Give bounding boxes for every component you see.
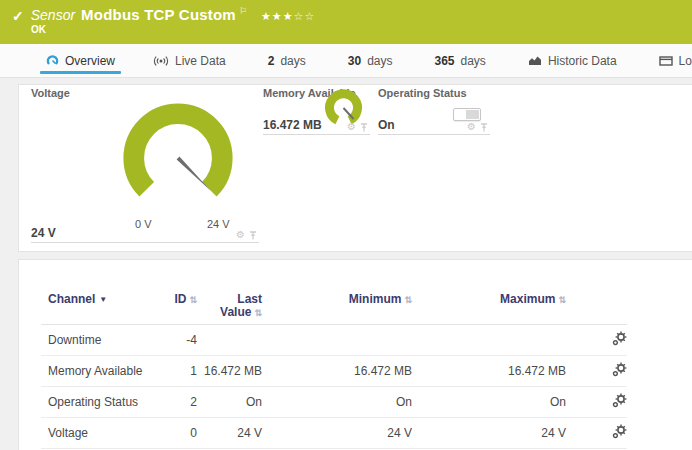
tab-30-days[interactable]: 30 days <box>340 44 401 77</box>
stars-filled[interactable]: ★★★ <box>261 10 294 22</box>
tab-bar: Overview Live Data 2 days 30 days 365 da… <box>0 44 692 78</box>
voltage-scale-min: 0 V <box>135 218 152 230</box>
stars-empty[interactable]: ☆☆ <box>294 10 316 22</box>
status-badge: OK <box>31 24 46 35</box>
table-row: Voltage 0 24 V 24 V 24 V <box>41 418 627 449</box>
tab-label: Live Data <box>175 54 226 68</box>
channel-settings-icon[interactable] <box>612 393 627 408</box>
gear-icon[interactable]: ⚙ <box>347 122 356 132</box>
table-row: Downtime -4 <box>41 325 627 356</box>
operating-status-panel: Operating Status On ⚙ <box>378 87 490 135</box>
broadcast-icon <box>153 55 169 67</box>
sort-icon: ⇅ <box>254 308 262 318</box>
channel-last-value: 24 V <box>197 418 262 449</box>
channel-maximum: 24 V <box>412 418 566 449</box>
gauges-card: Voltage 0 V 24 V 24 V ⚙ Memory Available <box>18 84 692 252</box>
column-header-channel[interactable]: Channel▼ <box>41 286 166 325</box>
column-header-id[interactable]: ID⇅ <box>166 286 197 325</box>
pin-icon[interactable] <box>480 123 488 132</box>
object-kind-label: Sensor <box>31 7 75 23</box>
priority-stars[interactable]: ★★★☆☆ <box>261 10 315 23</box>
status-check-icon: ✓ <box>12 8 24 24</box>
channel-settings-icon[interactable] <box>612 362 627 377</box>
sort-caret-icon: ▼ <box>99 295 107 304</box>
channel-minimum: On <box>262 387 412 418</box>
channel-table-card: Channel▼ ID⇅ Last Value⇅ Minimum⇅ Maximu… <box>18 259 692 450</box>
switch-gauge <box>453 108 481 121</box>
tab-label: Overview <box>65 54 115 68</box>
tab-label: days <box>367 54 392 68</box>
tab-label: days <box>280 54 305 68</box>
column-header-minimum[interactable]: Minimum⇅ <box>262 286 412 325</box>
channel-name: Downtime <box>41 325 166 356</box>
voltage-gauge <box>119 99 237 217</box>
channel-name: Operating Status <box>41 387 166 418</box>
column-header-maximum[interactable]: Maximum⇅ <box>412 286 566 325</box>
tab-live-data[interactable]: Live Data <box>145 44 234 77</box>
channel-minimum: 16.472 MB <box>262 356 412 387</box>
tab-label: Log <box>679 54 692 68</box>
channel-id: 1 <box>166 356 197 387</box>
bar-chart-icon <box>528 55 542 66</box>
voltage-panel: Voltage 0 V 24 V 24 V ⚙ <box>31 87 259 243</box>
tab-number: 365 <box>434 54 454 68</box>
channel-table: Channel▼ ID⇅ Last Value⇅ Minimum⇅ Maximu… <box>41 286 627 449</box>
channel-last-value: On <box>197 387 262 418</box>
channel-maximum <box>412 325 566 356</box>
voltage-scale-max: 24 V <box>207 218 230 230</box>
table-row: Memory Available 1 16.472 MB 16.472 MB 1… <box>41 356 627 387</box>
log-list-icon <box>659 56 673 66</box>
gear-icon[interactable]: ⚙ <box>467 122 476 132</box>
column-header-actions <box>566 286 627 325</box>
tab-label: days <box>461 54 486 68</box>
channel-minimum: 24 V <box>262 418 412 449</box>
tab-number: 2 <box>268 54 275 68</box>
voltage-label: Voltage <box>31 87 259 99</box>
voltage-value: 24 V <box>31 226 56 240</box>
channel-maximum: 16.472 MB <box>412 356 566 387</box>
sensor-header: ✓ Sensor Modbus TCP Custom ⚐ ★★★☆☆ OK <box>0 0 692 44</box>
pin-icon[interactable] <box>249 231 257 240</box>
tab-historic-data[interactable]: Historic Data <box>520 44 625 77</box>
channel-minimum <box>262 325 412 356</box>
sort-icon: ⇅ <box>558 295 566 305</box>
tab-label: Historic Data <box>548 54 617 68</box>
gauge-icon <box>46 54 59 67</box>
table-row: Operating Status 2 On On On <box>41 387 627 418</box>
channel-id: -4 <box>166 325 197 356</box>
tab-log[interactable]: Log <box>651 44 692 77</box>
page-title: Modbus TCP Custom <box>81 6 236 23</box>
channel-last-value <box>197 325 262 356</box>
tab-365-days[interactable]: 365 days <box>426 44 493 77</box>
channel-name: Voltage <box>41 418 166 449</box>
operating-status-label: Operating Status <box>378 87 490 99</box>
pin-icon[interactable] <box>360 123 368 132</box>
gear-icon[interactable]: ⚙ <box>236 230 245 240</box>
flag-icon[interactable]: ⚐ <box>239 6 247 16</box>
tab-2-days[interactable]: 2 days <box>260 44 314 77</box>
memory-panel: Memory Available 16.472 MB ⚙ <box>263 87 370 135</box>
channel-name: Memory Available <box>41 356 166 387</box>
memory-value: 16.472 MB <box>263 118 322 132</box>
operating-status-value: On <box>378 118 395 132</box>
channel-last-value: 16.472 MB <box>197 356 262 387</box>
channel-id: 2 <box>166 387 197 418</box>
switch-knob <box>466 110 479 119</box>
tab-overview[interactable]: Overview <box>38 44 123 77</box>
tab-number: 30 <box>348 54 361 68</box>
channel-settings-icon[interactable] <box>612 424 627 439</box>
channel-id: 0 <box>166 418 197 449</box>
channel-maximum: On <box>412 387 566 418</box>
column-header-last-value[interactable]: Last Value⇅ <box>197 286 262 325</box>
sort-icon: ⇅ <box>404 295 412 305</box>
sort-icon: ⇅ <box>189 295 197 305</box>
channel-settings-icon[interactable] <box>612 331 627 346</box>
